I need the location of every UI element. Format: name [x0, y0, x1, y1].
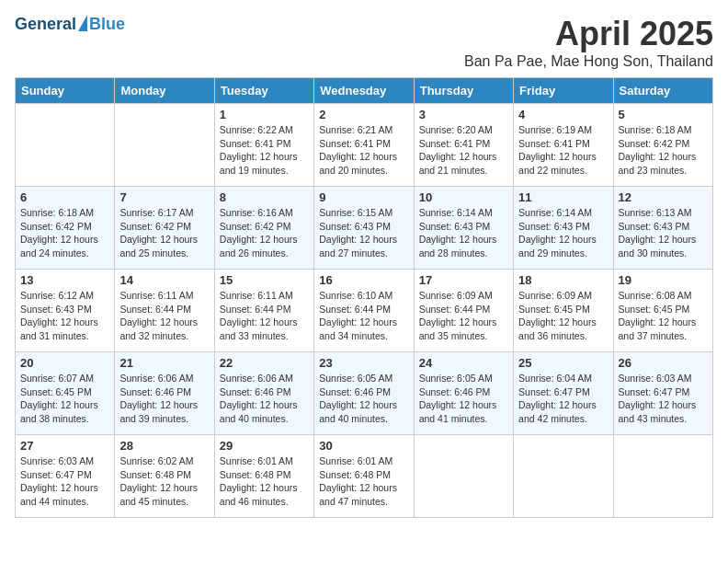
- day-info: Sunrise: 6:18 AMSunset: 6:42 PMDaylight:…: [20, 206, 109, 260]
- calendar-cell: [115, 104, 214, 187]
- sunset-text: Sunset: 6:41 PM: [319, 137, 408, 151]
- day-info: Sunrise: 6:17 AMSunset: 6:42 PMDaylight:…: [119, 206, 209, 260]
- sunrise-text: Sunrise: 6:16 AM: [220, 206, 309, 220]
- calendar-cell: 11Sunrise: 6:14 AMSunset: 6:43 PMDayligh…: [514, 187, 613, 270]
- calendar-week-row: 1Sunrise: 6:22 AMSunset: 6:41 PMDaylight…: [16, 104, 713, 187]
- calendar-table: SundayMondayTuesdayWednesdayThursdayFrid…: [15, 77, 713, 518]
- daylight-text: Daylight: 12 hours and 26 minutes.: [220, 233, 309, 259]
- day-number: 1: [220, 108, 309, 121]
- day-number: 13: [20, 273, 109, 287]
- calendar-cell: 16Sunrise: 6:10 AMSunset: 6:44 PMDayligh…: [314, 270, 414, 352]
- day-number: 24: [419, 356, 508, 370]
- day-info: Sunrise: 6:09 AMSunset: 6:44 PMDaylight:…: [419, 289, 508, 343]
- day-info: Sunrise: 6:06 AMSunset: 6:46 PMDaylight:…: [220, 372, 309, 426]
- calendar-cell: 7Sunrise: 6:17 AMSunset: 6:42 PMDaylight…: [115, 187, 214, 270]
- sunrise-text: Sunrise: 6:05 AM: [319, 372, 408, 385]
- daylight-text: Daylight: 12 hours and 23 minutes.: [619, 150, 708, 177]
- day-number: 21: [119, 356, 209, 370]
- calendar-cell: 20Sunrise: 6:07 AMSunset: 6:45 PMDayligh…: [16, 352, 115, 435]
- calendar-cell: 6Sunrise: 6:18 AMSunset: 6:42 PMDaylight…: [16, 187, 115, 270]
- sunrise-text: Sunrise: 6:15 AM: [319, 206, 408, 220]
- sunset-text: Sunset: 6:48 PM: [119, 468, 209, 482]
- daylight-text: Daylight: 12 hours and 29 minutes.: [518, 233, 608, 259]
- daylight-text: Daylight: 12 hours and 19 minutes.: [220, 150, 309, 177]
- sunrise-text: Sunrise: 6:12 AM: [20, 289, 109, 303]
- logo-general-text: General: [15, 15, 76, 34]
- calendar-cell: 12Sunrise: 6:13 AMSunset: 6:43 PMDayligh…: [613, 187, 712, 270]
- sunset-text: Sunset: 6:44 PM: [119, 303, 209, 316]
- sunrise-text: Sunrise: 6:03 AM: [20, 454, 109, 468]
- daylight-text: Daylight: 12 hours and 44 minutes.: [20, 481, 109, 508]
- sunset-text: Sunset: 6:42 PM: [119, 220, 209, 234]
- sunrise-text: Sunrise: 6:01 AM: [319, 454, 408, 468]
- sunset-text: Sunset: 6:42 PM: [20, 220, 109, 234]
- sunset-text: Sunset: 6:42 PM: [619, 137, 708, 151]
- sunset-text: Sunset: 6:46 PM: [220, 385, 309, 399]
- sunset-text: Sunset: 6:46 PM: [119, 385, 209, 399]
- day-number: 22: [220, 356, 309, 370]
- daylight-text: Daylight: 12 hours and 21 minutes.: [419, 150, 508, 177]
- day-number: 26: [619, 356, 708, 370]
- sunrise-text: Sunrise: 6:06 AM: [119, 372, 209, 385]
- daylight-text: Daylight: 12 hours and 40 minutes.: [220, 398, 309, 425]
- calendar-cell: [414, 435, 513, 518]
- weekday-header-friday: Friday: [514, 78, 613, 104]
- day-number: 14: [119, 273, 209, 287]
- logo-blue-text: Blue: [89, 15, 125, 34]
- sunset-text: Sunset: 6:45 PM: [619, 303, 708, 316]
- day-number: 2: [319, 108, 408, 121]
- daylight-text: Daylight: 12 hours and 35 minutes.: [419, 316, 508, 342]
- sunset-text: Sunset: 6:47 PM: [619, 385, 708, 399]
- day-info: Sunrise: 6:20 AMSunset: 6:41 PMDaylight:…: [419, 123, 508, 178]
- day-info: Sunrise: 6:01 AMSunset: 6:48 PMDaylight:…: [319, 454, 408, 509]
- day-info: Sunrise: 6:14 AMSunset: 6:43 PMDaylight:…: [518, 206, 608, 260]
- sunset-text: Sunset: 6:46 PM: [319, 385, 408, 399]
- calendar-week-row: 6Sunrise: 6:18 AMSunset: 6:42 PMDaylight…: [16, 187, 713, 270]
- title-area: April 2025 Ban Pa Pae, Mae Hong Son, Tha…: [464, 15, 713, 70]
- day-info: Sunrise: 6:02 AMSunset: 6:48 PMDaylight:…: [119, 454, 209, 509]
- calendar-cell: 5Sunrise: 6:18 AMSunset: 6:42 PMDaylight…: [613, 104, 712, 187]
- sunrise-text: Sunrise: 6:11 AM: [119, 289, 209, 303]
- sunrise-text: Sunrise: 6:11 AM: [220, 289, 309, 303]
- day-info: Sunrise: 6:09 AMSunset: 6:45 PMDaylight:…: [518, 289, 608, 343]
- sunset-text: Sunset: 6:41 PM: [419, 137, 508, 151]
- day-info: Sunrise: 6:03 AMSunset: 6:47 PMDaylight:…: [619, 372, 708, 426]
- calendar-week-row: 27Sunrise: 6:03 AMSunset: 6:47 PMDayligh…: [16, 435, 713, 518]
- calendar-cell: 14Sunrise: 6:11 AMSunset: 6:44 PMDayligh…: [115, 270, 214, 352]
- calendar-cell: 24Sunrise: 6:05 AMSunset: 6:46 PMDayligh…: [414, 352, 513, 435]
- day-number: 30: [319, 439, 408, 453]
- page-header: General Blue April 2025 Ban Pa Pae, Mae …: [15, 15, 713, 70]
- daylight-text: Daylight: 12 hours and 30 minutes.: [619, 233, 708, 259]
- location-title: Ban Pa Pae, Mae Hong Son, Thailand: [464, 53, 713, 70]
- daylight-text: Daylight: 12 hours and 25 minutes.: [119, 233, 209, 259]
- sunrise-text: Sunrise: 6:09 AM: [518, 289, 608, 303]
- day-number: 19: [619, 273, 708, 287]
- daylight-text: Daylight: 12 hours and 46 minutes.: [220, 481, 309, 508]
- sunrise-text: Sunrise: 6:08 AM: [619, 289, 708, 303]
- day-info: Sunrise: 6:05 AMSunset: 6:46 PMDaylight:…: [319, 372, 408, 426]
- day-number: 25: [518, 356, 608, 370]
- day-number: 16: [319, 273, 408, 287]
- day-number: 3: [419, 108, 508, 121]
- calendar-week-row: 13Sunrise: 6:12 AMSunset: 6:43 PMDayligh…: [16, 270, 713, 352]
- sunset-text: Sunset: 6:46 PM: [419, 385, 508, 399]
- day-number: 5: [619, 108, 708, 121]
- daylight-text: Daylight: 12 hours and 41 minutes.: [419, 398, 508, 425]
- sunset-text: Sunset: 6:43 PM: [319, 220, 408, 234]
- calendar-cell: 17Sunrise: 6:09 AMSunset: 6:44 PMDayligh…: [414, 270, 513, 352]
- sunset-text: Sunset: 6:45 PM: [518, 303, 608, 316]
- daylight-text: Daylight: 12 hours and 20 minutes.: [319, 150, 408, 177]
- logo-triangle-icon: [78, 15, 87, 31]
- day-number: 9: [319, 190, 408, 204]
- sunset-text: Sunset: 6:44 PM: [319, 303, 408, 316]
- calendar-cell: 30Sunrise: 6:01 AMSunset: 6:48 PMDayligh…: [314, 435, 414, 518]
- daylight-text: Daylight: 12 hours and 40 minutes.: [319, 398, 408, 425]
- day-number: 8: [220, 190, 309, 204]
- sunrise-text: Sunrise: 6:10 AM: [319, 289, 408, 303]
- calendar-cell: 21Sunrise: 6:06 AMSunset: 6:46 PMDayligh…: [115, 352, 214, 435]
- calendar-cell: 8Sunrise: 6:16 AMSunset: 6:42 PMDaylight…: [214, 187, 313, 270]
- calendar-cell: 19Sunrise: 6:08 AMSunset: 6:45 PMDayligh…: [613, 270, 712, 352]
- daylight-text: Daylight: 12 hours and 31 minutes.: [20, 316, 109, 342]
- weekday-header-thursday: Thursday: [414, 78, 513, 104]
- day-info: Sunrise: 6:07 AMSunset: 6:45 PMDaylight:…: [20, 372, 109, 426]
